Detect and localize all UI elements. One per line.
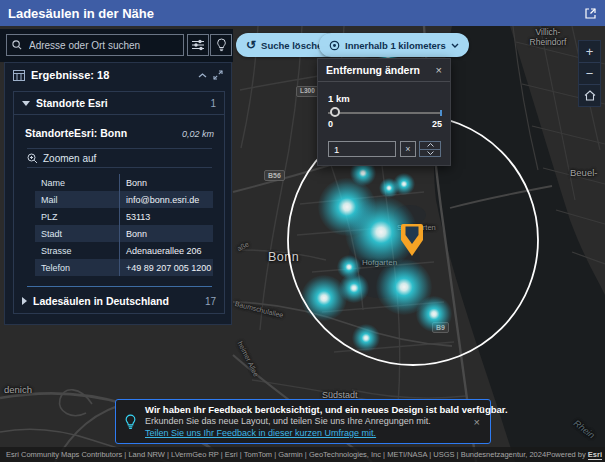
field-label: PLZ: [35, 208, 119, 225]
distance-input[interactable]: [328, 141, 396, 157]
group-count: 1: [210, 98, 216, 109]
caret-down-icon: [22, 101, 30, 106]
number-stepper: [419, 141, 441, 157]
field-label: Stadt: [35, 225, 119, 242]
field-value: +49 89 207 005 1200: [119, 259, 213, 276]
home-icon: [584, 90, 596, 101]
field-value: Bonn: [119, 225, 213, 242]
table-row: Name Bonn: [35, 174, 213, 191]
search-input-wrap: [6, 34, 184, 56]
close-icon[interactable]: ×: [436, 64, 442, 76]
road-shield-b56: B56: [264, 170, 285, 181]
location-pin-icon[interactable]: [400, 223, 424, 258]
attribution-bar: Esri Community Maps Contributors | Land …: [0, 447, 605, 462]
results-group-box: Standorte Esri 1 StandorteEsri: Bonn 0,0…: [13, 91, 225, 314]
results-panel-header: Ergebnisse: 18: [5, 63, 231, 87]
radius-dropdown-label: Innerhalb 1 kilometers: [345, 40, 446, 51]
result-item-distance: 0,02 km: [182, 129, 214, 139]
zoom-to-icon: [27, 153, 38, 164]
table-row: Stadt Bonn: [35, 225, 213, 242]
slider-value-label: 1 km: [328, 93, 350, 104]
map-label-rheindorf: Rheindorf: [530, 37, 567, 47]
expand-panel-icon[interactable]: [213, 70, 223, 80]
stepper-up-button[interactable]: [419, 141, 441, 150]
distance-dialog: Entfernung ändern × 1 km 0 25 ×: [317, 58, 451, 166]
table-row: Mail info@bonn.esri.de: [35, 191, 213, 208]
esri-brand-link[interactable]: Esri: [588, 450, 602, 460]
result-item-header[interactable]: StandorteEsri: Bonn 0,02 km: [14, 115, 224, 139]
map-attribution-text: Esri Community Maps Contributors | Land …: [6, 450, 546, 459]
results-panel: Ergebnisse: 18 Standorte Esri 1 Standort…: [4, 62, 232, 325]
powered-by-label: Powered by: [546, 450, 586, 459]
share-export-icon[interactable]: [584, 7, 597, 20]
feedback-banner: Wir haben Ihr Feedback berücksichtigt, u…: [115, 399, 491, 444]
zoom-out-button[interactable]: −: [579, 62, 600, 84]
slider-min-label: 0: [328, 119, 333, 129]
map-label-endenich: denich: [4, 384, 32, 395]
filter-settings-button[interactable]: [187, 34, 209, 56]
map-label-villich: Villich-: [536, 27, 561, 37]
field-value: 53113: [119, 208, 213, 225]
table-row: Telefon +49 89 207 005 1200: [35, 259, 213, 276]
map-label-beuel: Beuel-: [570, 167, 597, 178]
reset-icon: ↺: [246, 39, 256, 51]
target-icon: [329, 40, 340, 51]
search-icon: [12, 40, 22, 50]
group-divider: [27, 286, 212, 287]
page-title: Ladesäulen in der Nähe: [8, 6, 584, 21]
zoom-in-button[interactable]: +: [579, 41, 600, 62]
map-label-bonn: Bonn: [268, 250, 299, 264]
road-shield-l300: L300: [296, 86, 319, 97]
powered-by: Powered by Esri: [546, 450, 602, 459]
charging-station-dot[interactable]: [301, 275, 347, 321]
app-window: Villich- Rheindorf Beuel- Bonn Hofgarten…: [0, 0, 605, 462]
close-icon[interactable]: ×: [472, 416, 482, 428]
group-standorte-esri[interactable]: Standorte Esri 1: [14, 92, 224, 115]
caret-right-icon: [22, 297, 27, 305]
feedback-subtitle: Erkunden Sie das neue Layout, und teilen…: [145, 416, 464, 428]
group-count: 17: [205, 296, 216, 307]
feedback-survey-link[interactable]: Teilen Sie uns Ihr Feedback in dieser ku…: [145, 428, 464, 440]
group-label: Ladesäulen in Deutschland: [33, 295, 199, 307]
slider-minmax: 0 25: [328, 119, 442, 129]
search-input[interactable]: [27, 39, 178, 52]
app-header: Ladesäulen in der Nähe: [0, 0, 605, 26]
zoom-to-button[interactable]: Zoomen auf: [27, 148, 212, 168]
sliders-icon: [192, 39, 204, 51]
feedback-title: Wir haben Ihr Feedback berücksichtigt, u…: [145, 404, 464, 416]
slider-handle[interactable]: [330, 107, 340, 117]
field-label: Name: [35, 174, 119, 191]
lightbulb-icon: [124, 414, 137, 430]
group-label: Standorte Esri: [36, 97, 204, 109]
group-ladesaeulen-deutschland[interactable]: Ladesäulen in Deutschland 17: [14, 289, 224, 313]
field-label: Telefon: [35, 259, 119, 276]
field-value: Bonn: [119, 174, 213, 191]
charging-station-dot[interactable]: [352, 324, 380, 352]
attributes-table: Name Bonn Mail info@bonn.esri.de PLZ 531…: [35, 174, 213, 276]
field-label: Mail: [35, 191, 119, 208]
clear-x-icon: ×: [405, 144, 410, 154]
collapse-chevron-icon[interactable]: [198, 73, 207, 78]
home-extent-button[interactable]: [579, 84, 600, 106]
field-label: Strasse: [35, 242, 119, 259]
radius-dropdown-button[interactable]: Innerhalb 1 kilometers: [319, 33, 469, 57]
feedback-banner-text: Wir haben Ihr Feedback berücksichtigt, u…: [145, 404, 464, 440]
clear-input-button[interactable]: ×: [400, 141, 416, 157]
tips-button[interactable]: [210, 34, 232, 56]
results-count-title: Ergebnisse: 18: [31, 69, 192, 81]
slider-end-tick: [440, 110, 442, 116]
distance-dialog-header: Entfernung ändern ×: [318, 59, 450, 82]
distance-slider[interactable]: [328, 112, 442, 114]
slider-max-label: 25: [432, 119, 442, 129]
search-bar-container: [0, 29, 233, 62]
charging-station-dot[interactable]: [416, 296, 452, 332]
lightbulb-icon: [216, 38, 227, 52]
field-value: info@bonn.esri.de: [119, 191, 213, 208]
field-value: Adenauerallee 206: [119, 242, 213, 259]
stepper-down-button[interactable]: [419, 150, 441, 158]
table-row: Strasse Adenauerallee 206: [35, 242, 213, 259]
table-row: PLZ 53113: [35, 208, 213, 225]
distance-dialog-title: Entfernung ändern: [326, 64, 436, 76]
charging-station-dot[interactable]: [393, 173, 415, 195]
result-item-title: StandorteEsri: Bonn: [25, 127, 182, 139]
